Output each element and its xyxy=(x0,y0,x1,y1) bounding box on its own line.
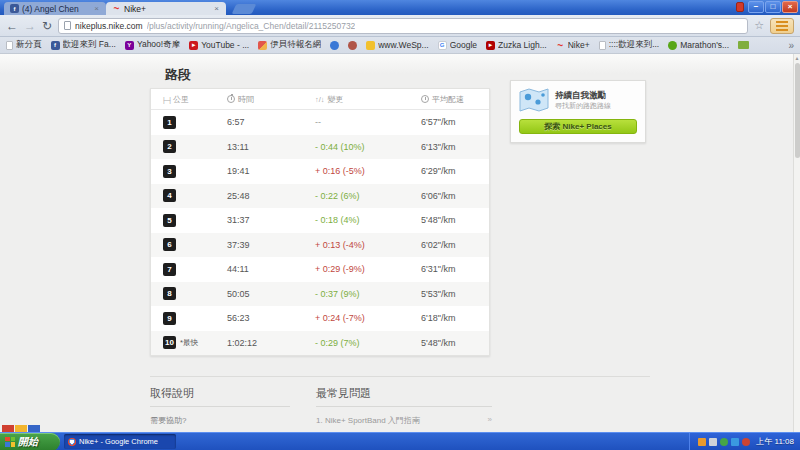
table-header: |—| 公里 時間 ↑/↓ 變更 平均配速 xyxy=(151,89,489,110)
nike-icon xyxy=(556,41,565,50)
table-row: 637:39+ 0:13 (-4%)6'02"/km xyxy=(151,233,489,258)
tray-icon[interactable] xyxy=(698,438,706,446)
page-corner-widget xyxy=(2,425,40,432)
video-icon xyxy=(486,41,495,50)
change-cell: + 0:13 (-4%) xyxy=(315,240,421,250)
time-cell: 31:37 xyxy=(227,215,315,225)
scroll-up-icon[interactable]: ▲ xyxy=(794,55,800,61)
km-badge: 8 xyxy=(163,287,176,300)
browser-toolbar: ← → ↻ nikeplus.nike.com /plus/activity/r… xyxy=(0,15,800,37)
tray-icon[interactable] xyxy=(709,438,717,446)
km-cell: 2 xyxy=(163,140,227,153)
page-icon xyxy=(6,41,13,50)
reload-button[interactable]: ↻ xyxy=(42,20,52,32)
facebook-icon xyxy=(10,4,19,13)
bookmarks-overflow-chevron[interactable]: » xyxy=(788,40,794,51)
bookmark-label: 伊貝特報名網 xyxy=(270,39,321,51)
close-icon[interactable]: × xyxy=(93,4,100,13)
table-row: 850:05- 0:37 (9%)5'53"/km xyxy=(151,282,489,307)
header-time: 時間 xyxy=(227,94,315,105)
bookmark-item[interactable] xyxy=(348,41,357,50)
start-button[interactable]: 開始 xyxy=(0,433,60,450)
window-controls: − □ × xyxy=(748,1,798,13)
maximize-button[interactable]: □ xyxy=(765,1,781,13)
places-promo-card: 持續自我激勵 尋找新的路跑路線 探索 Nike+ Places xyxy=(510,80,646,143)
bookmark-label: ::::歡迎來到... xyxy=(609,39,660,51)
change-cell: - 0:18 (4%) xyxy=(315,215,421,225)
bookmark-item[interactable]: 伊貝特報名網 xyxy=(258,39,321,51)
help-title: 取得說明 xyxy=(150,386,290,407)
help-link[interactable]: 需要協助? xyxy=(150,415,290,426)
taskbar-chrome-task[interactable]: Nike+ - Google Chrome xyxy=(64,434,176,449)
km-cell: 8 xyxy=(163,287,227,300)
km-cell: 9 xyxy=(163,312,227,325)
chrome-icon xyxy=(68,438,76,446)
star-yellow-icon xyxy=(366,41,375,50)
close-icon[interactable]: × xyxy=(213,4,220,13)
footer-divider xyxy=(150,376,650,377)
tab-facebook[interactable]: (4) Angel Chen × xyxy=(4,2,106,15)
scrollbar-thumb[interactable] xyxy=(795,63,800,158)
pace-cell: 5'53"/km xyxy=(421,289,477,299)
km-cell: 5 xyxy=(163,214,227,227)
km-cell: 10*最快 xyxy=(163,336,227,349)
bookmark-item[interactable]: Marathon's... xyxy=(668,40,729,50)
tray-icon[interactable] xyxy=(742,438,750,446)
pace-cell: 6'06"/km xyxy=(421,191,477,201)
bookmark-item[interactable]: ::::歡迎來到... xyxy=(599,39,660,51)
km-badge: 5 xyxy=(163,214,176,227)
km-badge: 10 xyxy=(163,336,176,349)
bookmark-item[interactable]: YouTube - ... xyxy=(189,40,249,50)
faq-item[interactable]: 1. Nike+ SportBand 入門指南» xyxy=(316,415,492,426)
faq-section: 最常見問題 1. Nike+ SportBand 入門指南»2. Nike+ R… xyxy=(316,386,492,432)
tab-label: (4) Angel Chen xyxy=(22,4,90,14)
back-button[interactable]: ← xyxy=(6,20,18,32)
address-bar[interactable]: nikeplus.nike.com /plus/activity/running… xyxy=(58,18,748,34)
ticket-icon xyxy=(258,41,267,50)
bookmark-item[interactable]: www.WeSp... xyxy=(366,40,428,50)
explore-places-button[interactable]: 探索 Nike+ Places xyxy=(519,119,637,134)
pace-cell: 6'02"/km xyxy=(421,240,477,250)
forward-button[interactable]: → xyxy=(24,20,36,32)
time-cell: 56:23 xyxy=(227,313,315,323)
pace-cell: 6'31"/km xyxy=(421,264,477,274)
bookmark-label: www.WeSp... xyxy=(378,40,428,50)
bookmark-item[interactable] xyxy=(738,41,749,49)
change-cell: - 0:29 (7%) xyxy=(315,338,421,348)
page-content: 路段 |—| 公里 時間 ↑/↓ 變更 平均配速 xyxy=(0,54,800,432)
tab-nikeplus[interactable]: Nike+ × xyxy=(106,2,226,15)
youtube-icon xyxy=(189,41,198,50)
help-section: 取得說明 需要協助? 聯繫+支援 » xyxy=(150,386,290,432)
change-cell: - 0:37 (9%) xyxy=(315,289,421,299)
bookmark-item[interactable]: Nike+ xyxy=(556,40,590,50)
km-cell: 6 xyxy=(163,238,227,251)
pace-cell: 5'48"/km xyxy=(421,215,477,225)
bookmarks-bar: 新分頁歡迎來到 Fa...Yahoo!奇摩YouTube - ...伊貝特報名網… xyxy=(0,37,800,54)
windows-logo-icon xyxy=(5,437,15,447)
bookmark-label: Marathon's... xyxy=(680,40,729,50)
table-row: 956:23+ 0:24 (-7%)6'18"/km xyxy=(151,306,489,331)
bookmark-item[interactable] xyxy=(330,41,339,50)
promo-subtitle: 尋找新的路跑路線 xyxy=(555,101,611,110)
minimize-button[interactable]: − xyxy=(748,1,764,13)
pace-cell: 6'29"/km xyxy=(421,166,477,176)
page-icon xyxy=(599,41,606,50)
close-window-button[interactable]: × xyxy=(782,1,798,13)
bookmark-star-icon[interactable]: ☆ xyxy=(754,20,764,31)
change-cell: + 0:24 (-7%) xyxy=(315,313,421,323)
bookmark-item[interactable]: Google xyxy=(438,40,477,50)
menu-button[interactable] xyxy=(770,18,794,34)
bookmark-label: Zuzka Ligh... xyxy=(498,40,547,50)
tray-icon[interactable] xyxy=(731,438,739,446)
new-tab-button[interactable] xyxy=(232,4,257,14)
bookmark-item[interactable]: 新分頁 xyxy=(6,39,42,51)
bookmark-item[interactable]: Yahoo!奇摩 xyxy=(125,39,180,51)
bookmark-item[interactable]: Zuzka Ligh... xyxy=(486,40,547,50)
bookmark-item[interactable]: 歡迎來到 Fa... xyxy=(51,39,116,51)
bookmark-label: Google xyxy=(450,40,477,50)
scrollbar[interactable]: ▲ xyxy=(793,54,800,432)
taskbar-clock: 上午 11:08 xyxy=(756,436,794,447)
tray-icon[interactable] xyxy=(720,438,728,446)
tab-strip: (4) Angel Chen × Nike+ × xyxy=(4,2,254,15)
bookmark-label: Nike+ xyxy=(568,40,590,50)
